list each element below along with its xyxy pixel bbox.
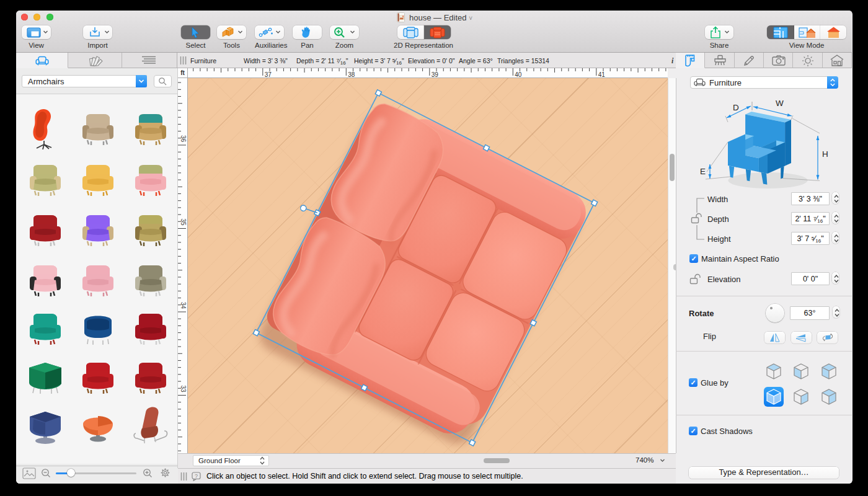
- svg-text:36: 36: [180, 135, 187, 143]
- svg-text:H: H: [822, 149, 828, 159]
- svg-text:34: 34: [180, 302, 187, 309]
- svg-text:W: W: [776, 99, 784, 108]
- svg-text:E: E: [700, 167, 706, 176]
- svg-text:38: 38: [348, 71, 355, 78]
- svg-text:37: 37: [265, 71, 272, 78]
- svg-text:?: ?: [195, 473, 198, 479]
- svg-text:D: D: [733, 103, 739, 112]
- svg-text:40: 40: [515, 71, 522, 78]
- svg-text:33: 33: [180, 386, 187, 393]
- svg-text:41: 41: [598, 71, 606, 78]
- svg-text:35: 35: [180, 219, 187, 226]
- svg-text:39: 39: [432, 71, 439, 78]
